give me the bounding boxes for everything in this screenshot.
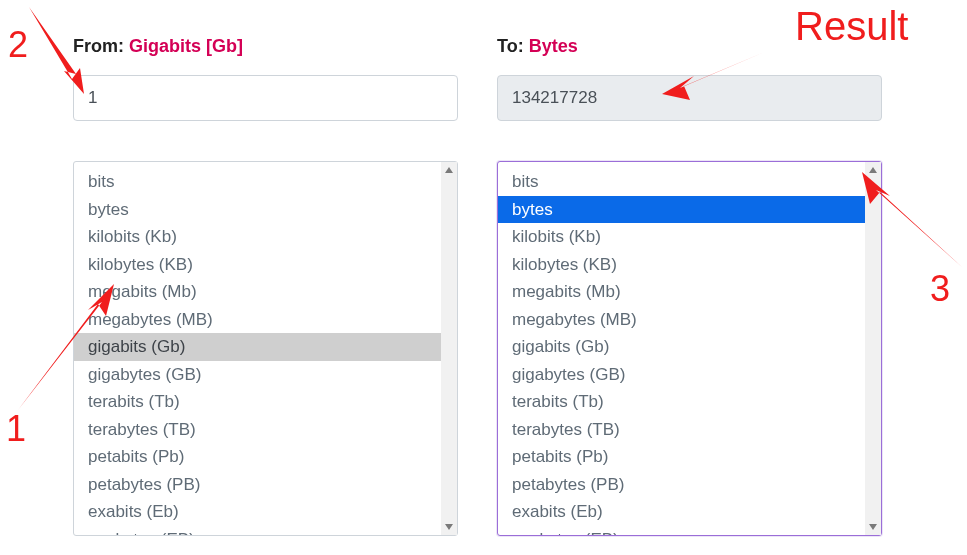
list-item[interactable]: kilobits (Kb): [74, 223, 441, 251]
from-label-row: From: Gigabits [Gb]: [73, 36, 458, 57]
list-item[interactable]: exabits (Eb): [74, 498, 441, 526]
list-item[interactable]: terabytes (TB): [74, 416, 441, 444]
list-item[interactable]: petabytes (PB): [498, 471, 865, 499]
list-item[interactable]: megabytes (MB): [498, 306, 865, 334]
to-unit-list[interactable]: bitsbyteskilobits (Kb)kilobytes (KB)mega…: [497, 161, 882, 536]
list-item[interactable]: terabits (Tb): [498, 388, 865, 416]
list-item[interactable]: bytes: [74, 196, 441, 224]
list-item[interactable]: kilobytes (KB): [74, 251, 441, 279]
list-item[interactable]: terabytes (TB): [498, 416, 865, 444]
list-item[interactable]: petabits (Pb): [74, 443, 441, 471]
list-item[interactable]: gigabits (Gb): [74, 333, 441, 361]
list-item[interactable]: exabytes (EB): [498, 526, 865, 536]
list-item[interactable]: megabytes (MB): [74, 306, 441, 334]
to-panel: To: Bytes 134217728 bitsbyteskilobits (K…: [497, 36, 882, 536]
annotation-label-result: Result: [795, 4, 908, 49]
scrollbar[interactable]: [865, 162, 881, 535]
list-item[interactable]: bits: [74, 168, 441, 196]
list-item[interactable]: gigabytes (GB): [74, 361, 441, 389]
list-item[interactable]: megabits (Mb): [498, 278, 865, 306]
list-item[interactable]: megabits (Mb): [74, 278, 441, 306]
from-label-prefix: From:: [73, 36, 124, 56]
list-item[interactable]: kilobits (Kb): [498, 223, 865, 251]
scroll-down-icon[interactable]: [441, 519, 457, 535]
scroll-up-icon[interactable]: [865, 162, 881, 178]
from-unit-label: Gigabits [Gb]: [129, 36, 243, 56]
list-item[interactable]: terabits (Tb): [74, 388, 441, 416]
from-value-input[interactable]: [73, 75, 458, 121]
scrollbar[interactable]: [441, 162, 457, 535]
annotation-label-2: 2: [8, 24, 28, 66]
list-item[interactable]: petabits (Pb): [498, 443, 865, 471]
list-item[interactable]: gigabytes (GB): [498, 361, 865, 389]
list-item[interactable]: exabytes (EB): [74, 526, 441, 536]
list-item[interactable]: petabytes (PB): [74, 471, 441, 499]
to-label-prefix: To:: [497, 36, 524, 56]
list-item[interactable]: gigabits (Gb): [498, 333, 865, 361]
list-item[interactable]: exabits (Eb): [498, 498, 865, 526]
scroll-down-icon[interactable]: [865, 519, 881, 535]
list-item[interactable]: bytes: [498, 196, 865, 224]
list-item[interactable]: bits: [498, 168, 865, 196]
to-unit-label: Bytes: [529, 36, 578, 56]
scroll-up-icon[interactable]: [441, 162, 457, 178]
list-item[interactable]: kilobytes (KB): [498, 251, 865, 279]
annotation-label-1: 1: [6, 408, 26, 450]
annotation-label-3: 3: [930, 268, 950, 310]
to-value-output: 134217728: [497, 75, 882, 121]
from-unit-list[interactable]: bitsbyteskilobits (Kb)kilobytes (KB)mega…: [73, 161, 458, 536]
from-panel: From: Gigabits [Gb] bitsbyteskilobits (K…: [73, 36, 458, 536]
